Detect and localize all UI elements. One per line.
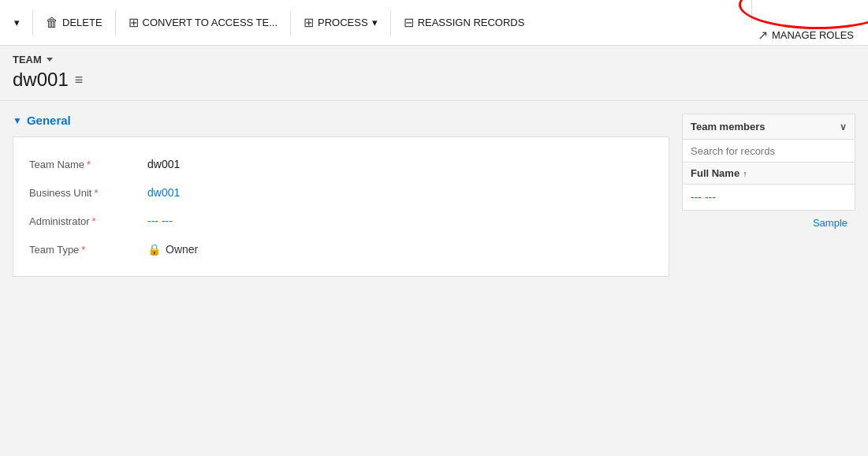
process-label: PROCESS [318,17,368,28]
team-type-value-text: Owner [166,243,198,256]
manage-roles-button[interactable]: ↗ MANAGE ROLES [750,23,862,47]
business-unit-value[interactable]: dw001 [147,186,180,199]
convert-button[interactable]: ⊞ CONVERT TO ACCESS TE... [121,10,285,35]
team-name-label-text: Team Name [29,159,84,170]
delete-button[interactable]: 🗑 DELETE [38,11,110,35]
convert-icon: ⊞ [129,15,139,30]
team-type-row: Team Type * 🔒 Owner [29,235,653,264]
business-unit-label: Business Unit * [29,187,147,199]
search-input[interactable] [691,145,847,157]
business-unit-label-text: Business Unit [29,187,91,199]
record-menu-icon[interactable]: ≡ [75,72,84,88]
reassign-icon: ⊟ [404,15,414,30]
administrator-row: Administrator * --- --- [29,207,653,235]
toolbar: ▾ 🗑 DELETE ⊞ CONVERT TO ACCESS TE... ⊞ P… [0,0,868,46]
form-card: Team Name * dw001 Business Unit * dw001 … [13,136,669,277]
team-members-header: Team members ∨ [682,114,855,140]
delete-icon: 🗑 [46,16,58,30]
full-name-column-header: Full Name [691,167,739,179]
dropdown-button[interactable]: ▾ [6,12,28,33]
reassign-label: REASSIGN RECORDS [418,17,525,28]
team-type-label: Team Type * [29,244,147,256]
dropdown-icon: ▾ [14,17,20,28]
delete-label: DELETE [62,17,102,28]
section-title: General [27,114,71,127]
table-header-row: Full Name ↑ [682,163,855,185]
toolbar-divider-2 [115,10,116,36]
table-data-row: --- --- [682,185,855,211]
business-unit-required: * [94,187,98,199]
team-label-row: TEAM [13,54,855,65]
reassign-button[interactable]: ⊟ REASSIGN RECORDS [396,10,533,35]
toolbar-divider-5 [751,0,752,23]
right-panel: Team members ∨ Full Name ↑ --- --- Sampl… [682,114,855,277]
record-title-row: dw001 ≡ [13,69,855,91]
manage-roles-wrapper: ↗ MANAGE ROLES [750,0,862,47]
convert-label: CONVERT TO ACCESS TE... [143,17,278,28]
team-name-label: Team Name * [29,159,147,170]
administrator-required: * [92,215,96,227]
process-button[interactable]: ⊞ PROCESS ▾ [296,10,386,35]
process-dropdown-icon: ▾ [372,17,378,28]
team-type-value: 🔒 Owner [147,243,198,256]
toolbar-divider-3 [290,10,291,36]
process-icon: ⊞ [304,15,314,30]
toolbar-divider-4 [390,10,391,36]
search-box [682,140,855,163]
form-panel: ▼ General Team Name * dw001 Business Uni… [13,114,669,277]
team-name-row: Team Name * dw001 [29,150,653,178]
team-dropdown-icon[interactable] [47,58,53,62]
administrator-label-text: Administrator [29,215,90,227]
team-name-required: * [87,159,91,170]
sort-icon[interactable]: ↑ [743,169,747,178]
sample-link[interactable]: Sample [682,211,855,235]
record-header: TEAM dw001 ≡ [0,46,868,101]
manage-roles-label: MANAGE ROLES [772,29,854,41]
team-type-label-text: Team Type [29,244,79,256]
team-type-required: * [81,244,85,256]
business-unit-row: Business Unit * dw001 [29,178,653,207]
manage-roles-icon: ↗ [758,28,768,43]
member-value: --- --- [691,191,716,204]
lock-icon: 🔒 [147,243,161,256]
team-members-title: Team members [691,121,765,133]
team-members-chevron-icon[interactable]: ∨ [840,121,847,133]
record-title: dw001 [13,69,69,91]
section-chevron-icon: ▼ [13,115,22,126]
team-name-value: dw001 [147,158,180,170]
team-label: TEAM [13,54,42,65]
main-content: ▼ General Team Name * dw001 Business Uni… [0,101,868,277]
toolbar-divider-1 [32,10,33,36]
general-section-header: ▼ General [13,114,669,127]
administrator-value: --- --- [147,215,173,227]
administrator-label: Administrator * [29,215,147,227]
